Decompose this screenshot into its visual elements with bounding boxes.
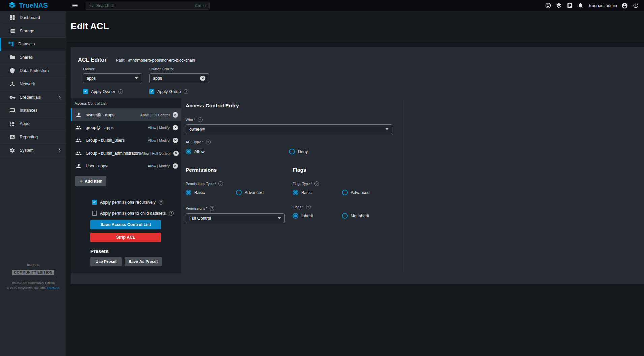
help-icon[interactable] — [218, 181, 223, 186]
path-value: /mnt/monero-pool/monero-blockchain — [128, 58, 195, 63]
flags-title: Flags — [293, 167, 400, 173]
recursive-checkbox[interactable] — [92, 200, 97, 205]
help-icon[interactable] — [159, 200, 163, 205]
help-icon[interactable] — [314, 181, 319, 186]
radio-permissions-advanced[interactable]: Advanced — [236, 190, 264, 195]
sidebar-item-datasets[interactable]: Datasets — [0, 38, 66, 51]
remove-entry-icon[interactable] — [173, 163, 178, 169]
copyright: © 2025 iXsystems, Inc. dba TrueNAS — [0, 286, 66, 290]
sidebar-item-data-protection[interactable]: Data Protection — [0, 64, 66, 77]
owner-select[interactable]: apps — [83, 73, 142, 83]
acl-editor-header: ACL Editor Path: /mnt/monero-pool/monero… — [71, 47, 644, 63]
search-input[interactable] — [96, 3, 193, 8]
acl-entry-row[interactable]: User - apps Allow | Modify — [71, 160, 181, 172]
flags-label-row: Flags * — [293, 205, 400, 209]
who-label-row: Who * — [186, 117, 403, 122]
permissions-label: Permissions * — [186, 206, 207, 211]
child-datasets-row: Apply permissions to child datasets — [92, 211, 181, 216]
power-icon[interactable] — [633, 2, 639, 9]
remove-entry-icon[interactable] — [173, 151, 179, 156]
acl-list-title: Access Control List — [71, 98, 181, 108]
acl-entry-row[interactable]: owner@ - apps Allow | Full Control — [71, 108, 181, 121]
radio-label: Allow — [194, 149, 205, 154]
child-datasets-checkbox[interactable] — [92, 211, 97, 216]
sidebar-item-reporting[interactable]: Reporting — [0, 131, 66, 144]
radio-allow[interactable]: Allow — [186, 149, 289, 154]
presets-title: Presets — [90, 248, 181, 254]
strip-acl-button[interactable]: Strip ACL — [90, 233, 161, 242]
sidebar-item-label: Dashboard — [20, 15, 40, 20]
sidebar-item-shares[interactable]: Shares — [0, 51, 66, 64]
help-icon[interactable] — [169, 211, 174, 216]
add-item-button[interactable]: Add Item — [75, 176, 106, 186]
ace-title: Access Control Entry — [186, 103, 403, 109]
search-shortcut: Ctrl + / — [195, 4, 206, 8]
brand[interactable]: TrueNAS — [0, 1, 66, 10]
copyright-link[interactable]: TrueNAS — [47, 286, 60, 290]
user-account-icon[interactable] — [621, 2, 628, 9]
truecommand-layers-icon[interactable] — [556, 2, 562, 9]
who-select[interactable]: owner@ — [186, 124, 392, 134]
acl-entry-name: User - apps — [86, 164, 108, 168]
flags-options: Inherit No Inherit — [293, 213, 400, 219]
radio-inherit[interactable]: Inherit — [293, 213, 342, 219]
sidebar-item-apps[interactable]: Apps — [0, 117, 66, 130]
chevron-down-icon — [385, 128, 389, 130]
sidebar-item-label: Reporting — [20, 135, 38, 139]
radio-deny[interactable]: Deny — [289, 149, 308, 154]
radio-flags-advanced[interactable]: Advanced — [342, 190, 370, 195]
help-icon[interactable] — [198, 117, 203, 122]
menu-toggle-icon[interactable] — [72, 2, 78, 9]
radio-label: Deny — [298, 149, 308, 154]
acl-type-options: Allow Deny — [186, 149, 403, 154]
sidebar-item-label: Shares — [20, 55, 33, 60]
apply-row: Apply Owner Apply Group — [83, 89, 644, 94]
acl-entry-permission: Allow | Modify — [148, 164, 170, 168]
apply-group-checkbox[interactable] — [149, 89, 154, 94]
clear-owner-group-icon[interactable] — [200, 76, 205, 81]
list-actions: Apply permissions recursively Apply perm… — [71, 200, 181, 266]
radio-icon — [293, 190, 298, 195]
remove-entry-icon[interactable] — [173, 112, 178, 118]
apply-group-label: Apply Group — [157, 89, 181, 94]
help-icon[interactable] — [184, 89, 188, 94]
sidebar-item-network[interactable]: Network — [0, 77, 66, 91]
use-preset-button[interactable]: Use Preset — [90, 257, 122, 266]
acl-entry-name: group@ - apps — [86, 125, 114, 130]
owner-group-input[interactable]: apps — [149, 73, 209, 83]
acl-entry-row[interactable]: Group - builtin_users Allow | Modify — [71, 134, 181, 147]
help-icon[interactable] — [210, 206, 214, 211]
save-acl-button[interactable]: Save Access Control List — [90, 220, 161, 229]
sidebar-item-label: Storage — [20, 29, 34, 33]
remove-entry-icon[interactable] — [173, 138, 178, 143]
remove-entry-icon[interactable] — [173, 125, 178, 130]
acl-entry-row[interactable]: group@ - apps Allow | Modify — [71, 121, 181, 134]
radio-label: Inherit — [301, 214, 313, 218]
alerts-bell-icon[interactable] — [577, 2, 584, 9]
radio-permissions-basic[interactable]: Basic — [186, 190, 236, 195]
acl-entry-row[interactable]: Group - builtin_administrators Allow | F… — [71, 147, 181, 160]
sidebar-item-system[interactable]: System — [0, 144, 66, 157]
help-icon[interactable] — [118, 89, 123, 94]
page-header: Edit ACL — [66, 11, 644, 42]
shield-icon — [9, 68, 16, 74]
radio-flags-basic[interactable]: Basic — [293, 190, 342, 195]
radio-no-inherit[interactable]: No Inherit — [342, 213, 369, 219]
permissions-type-options: Basic Advanced — [186, 190, 293, 195]
search-box[interactable]: Ctrl + / — [86, 2, 210, 10]
sidebar-item-credentials[interactable]: Credentials — [0, 91, 66, 104]
sidebar-item-storage[interactable]: Storage — [0, 24, 66, 37]
feedback-smiley-icon[interactable] — [545, 2, 551, 9]
permissions-select[interactable]: Full Control — [186, 213, 285, 223]
permissions-section: Permissions Permissions Type * Basic — [186, 167, 293, 223]
apply-owner-checkbox[interactable] — [83, 89, 88, 94]
sidebar-item-instances[interactable]: Instances — [0, 104, 66, 117]
radio-icon — [186, 149, 191, 154]
jobs-clipboard-icon[interactable] — [566, 2, 573, 9]
sidebar-item-dashboard[interactable]: Dashboard — [0, 11, 66, 24]
help-icon[interactable] — [306, 205, 311, 209]
copyright-text: © 2025 iXsystems, Inc. dba — [7, 286, 47, 290]
help-icon[interactable] — [206, 140, 211, 144]
topbar: TrueNAS Ctrl + / truenas_admi — [0, 0, 644, 11]
save-as-preset-button[interactable]: Save As Preset — [125, 257, 162, 266]
